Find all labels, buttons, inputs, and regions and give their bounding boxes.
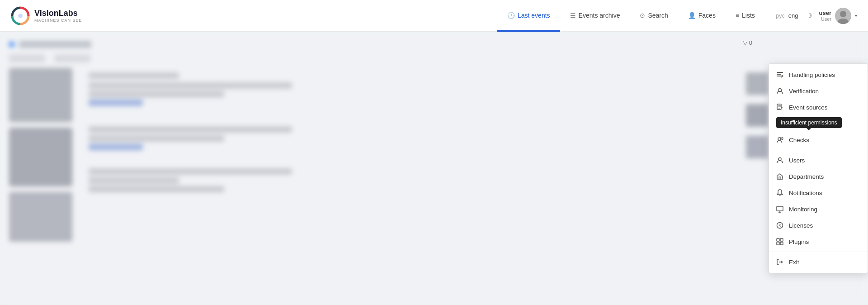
nav-item-lists[interactable]: ≡ Lists xyxy=(726,0,765,32)
svg-rect-22 xyxy=(780,242,783,245)
lang-switcher: рус eng xyxy=(776,12,798,19)
archive-icon: ☰ xyxy=(570,12,576,19)
dropdown-item-event-sources[interactable]: Event sources xyxy=(769,99,868,115)
handling-policies-label: Handling policies xyxy=(789,71,835,78)
user-role: User xyxy=(819,16,831,22)
nav-item-last-events[interactable]: 🕐 Last events xyxy=(497,0,560,32)
svg-rect-21 xyxy=(777,242,779,245)
dropdown-item-exit[interactable]: Exit xyxy=(769,254,868,270)
nav-item-search[interactable]: ⊙ Search xyxy=(630,0,678,32)
event-sources-icon xyxy=(776,104,783,111)
nav-label-last-events: Last events xyxy=(518,12,550,19)
nav-item-events-archive[interactable]: ☰ Events archive xyxy=(560,0,630,32)
notifications-label: Notifications xyxy=(789,190,822,196)
content-area xyxy=(0,32,868,305)
user-name: user xyxy=(819,10,831,16)
dropdown-item-verification[interactable]: Verification xyxy=(769,83,868,99)
filter-count: 0 xyxy=(749,39,752,46)
verification-icon xyxy=(776,87,783,95)
svg-point-4 xyxy=(840,11,846,17)
faces-icon: 👤 xyxy=(688,12,696,19)
notifications-icon xyxy=(776,189,783,196)
dropdown-item-licenses[interactable]: $ Licenses xyxy=(769,217,868,234)
dropdown-menu: Handling policies Verification xyxy=(769,63,868,273)
dropdown-item-users[interactable]: Users xyxy=(769,152,868,168)
nav-label-search: Search xyxy=(648,12,668,19)
search-icon: ⊙ xyxy=(640,12,645,19)
svg-rect-8 xyxy=(777,76,782,76)
dropdown-item-plugins[interactable]: Plugins xyxy=(769,234,868,250)
user-menu[interactable]: user User ▾ xyxy=(819,8,857,24)
checks-label: Checks xyxy=(789,137,809,143)
svg-rect-19 xyxy=(777,238,779,241)
svg-rect-6 xyxy=(777,72,783,73)
filter-area[interactable]: ▽ 0 xyxy=(743,39,752,46)
nav-label-events-archive: Events archive xyxy=(579,12,620,19)
dropdown-item-departments[interactable]: Departments xyxy=(769,168,868,185)
svg-point-14 xyxy=(778,158,781,161)
user-info: user User xyxy=(819,10,831,22)
users-icon xyxy=(776,157,783,164)
chevron-down-icon: ▾ xyxy=(855,13,857,18)
dropdown-item-tasks[interactable]: Tasks xyxy=(769,115,868,132)
dropdown-item-notifications[interactable]: Notifications xyxy=(769,185,868,201)
monitoring-icon xyxy=(776,205,783,213)
logo-icon xyxy=(11,6,30,25)
svg-text:$: $ xyxy=(779,224,781,228)
handling-policies-icon xyxy=(776,71,783,78)
lang-eng[interactable]: eng xyxy=(788,12,798,19)
svg-point-2 xyxy=(18,14,23,18)
dropdown-item-checks[interactable]: Insufficient permissions Checks xyxy=(769,132,868,148)
exit-icon xyxy=(776,258,783,266)
dropdown-item-monitoring[interactable]: Monitoring xyxy=(769,201,868,217)
tasks-label: Tasks xyxy=(789,120,805,127)
nav-item-faces[interactable]: 👤 Faces xyxy=(678,0,726,32)
svg-rect-20 xyxy=(780,238,783,241)
logo-subtitle: MACHINES CAN SEE xyxy=(34,18,82,23)
logo-title: VisionLabs xyxy=(34,9,82,18)
lang-rus[interactable]: рус xyxy=(776,12,785,19)
main-area: ▽ 0 Handling policies xyxy=(0,32,868,305)
plugins-icon xyxy=(776,238,783,245)
departments-label: Departments xyxy=(789,173,824,180)
checks-icon xyxy=(776,136,783,143)
logo-area: VisionLabs MACHINES CAN SEE xyxy=(11,6,82,25)
dropdown-item-handling-policies[interactable]: Handling policies xyxy=(769,67,868,83)
nav-label-faces: Faces xyxy=(698,12,716,19)
header: VisionLabs MACHINES CAN SEE 🕐 Last event… xyxy=(0,0,868,32)
dark-mode-button[interactable]: ☽ xyxy=(806,11,812,20)
event-sources-label: Event sources xyxy=(789,104,828,111)
departments-icon xyxy=(776,173,783,180)
clock-icon: 🕐 xyxy=(507,12,515,19)
plugins-label: Plugins xyxy=(789,238,809,245)
licenses-icon: $ xyxy=(776,222,783,229)
svg-rect-7 xyxy=(777,74,781,75)
svg-rect-16 xyxy=(777,206,783,211)
nav-label-lists: Lists xyxy=(742,12,755,19)
exit-label: Exit xyxy=(789,259,799,266)
lists-icon: ≡ xyxy=(736,12,739,19)
monitoring-label: Monitoring xyxy=(789,206,817,213)
divider-2 xyxy=(769,252,868,252)
verification-label: Verification xyxy=(789,88,819,95)
tasks-icon xyxy=(776,120,783,127)
header-right: рус eng ☽ user User ▾ xyxy=(776,8,857,24)
filter-icon: ▽ xyxy=(743,39,748,46)
users-label: Users xyxy=(789,157,805,164)
logo-text: VisionLabs MACHINES CAN SEE xyxy=(34,9,82,23)
divider xyxy=(769,150,868,150)
licenses-label: Licenses xyxy=(789,222,813,229)
avatar xyxy=(835,8,851,24)
main-nav: 🕐 Last events ☰ Events archive ⊙ Search … xyxy=(497,0,765,31)
